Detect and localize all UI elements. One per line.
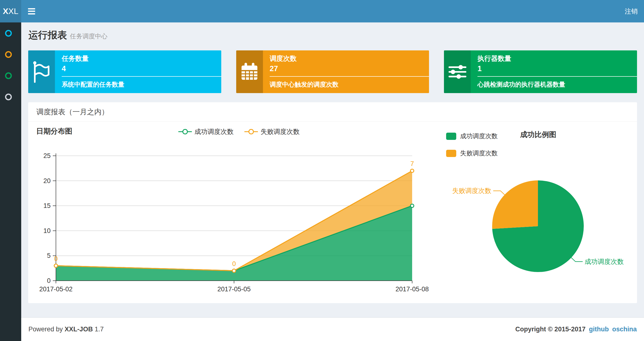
stat-value: 1 xyxy=(478,64,637,74)
report-panel: 调度报表（一月之内） 日期分布图 成功调度次数 失败调度次数 xyxy=(28,102,637,303)
sidebar xyxy=(0,23,21,341)
svg-text:7: 7 xyxy=(410,160,414,167)
svg-text:15: 15 xyxy=(44,202,50,209)
stat-value: 27 xyxy=(270,64,429,74)
svg-text:2017-05-08: 2017-05-08 xyxy=(396,285,429,293)
svg-text:10: 10 xyxy=(44,227,50,234)
stat-box-executors: 执行器数量 1 心跳检测成功的执行器机器数量 xyxy=(444,50,637,93)
hamburger-icon xyxy=(28,8,35,10)
page: XXL 注销 运行报表任务调度中心 xyxy=(0,0,644,341)
success-ratio-pie-chart: 成功调度次数失败调度次数 xyxy=(446,150,639,306)
github-link[interactable]: github xyxy=(589,325,609,333)
page-title: 运行报表 xyxy=(28,30,67,40)
stat-desc: 心跳检测成功的执行器机器数量 xyxy=(478,77,637,89)
stat-label: 调度次数 xyxy=(270,54,429,63)
product-version: 1.7 xyxy=(95,325,104,333)
logo-light: XL xyxy=(8,7,18,16)
line-chart-title: 日期分布图 xyxy=(36,126,72,136)
line-marker-icon xyxy=(244,129,258,135)
line-chart-legend: 成功调度次数 失败调度次数 xyxy=(176,127,302,136)
legend-item-fail[interactable]: 失败调度次数 xyxy=(244,127,300,136)
sidebar-item-3 circle-outline-icon[interactable] xyxy=(5,72,12,79)
legend-swatch-icon xyxy=(446,133,456,140)
copyright-text: Copyright © 2015-2017 xyxy=(515,325,586,333)
stat-box-jobs: 任务数量 4 系统中配置的任务数量 xyxy=(28,50,221,93)
powered-by-text: Powered by XXL-JOB 1.7 xyxy=(28,325,104,333)
svg-text:0: 0 xyxy=(232,260,236,267)
oschina-link[interactable]: oschina xyxy=(612,325,637,333)
svg-text:25: 25 xyxy=(44,152,50,159)
stat-label: 执行器数量 xyxy=(478,54,637,63)
svg-text:失败调度次数: 失败调度次数 xyxy=(452,187,491,194)
stat-box-body: 调度次数 27 调度中心触发的调度次数 xyxy=(263,50,429,93)
date-distribution-chart: 05101520252017-05-022017-05-052017-05-08… xyxy=(28,148,438,297)
legend-item-success[interactable]: 成功调度次数 xyxy=(178,127,234,136)
svg-text:2017-05-05: 2017-05-05 xyxy=(218,285,251,293)
product-name: XXL-JOB xyxy=(64,325,93,333)
logout-link[interactable]: 注销 xyxy=(625,7,638,16)
stat-box-triggers: 调度次数 27 调度中心触发的调度次数 xyxy=(236,50,429,93)
panel-title: 调度报表（一月之内） xyxy=(28,102,637,122)
sidebar-toggle-button[interactable] xyxy=(28,8,35,15)
page-subtitle: 任务调度中心 xyxy=(70,33,108,40)
calendar-icon xyxy=(236,50,263,93)
stat-box-body: 任务数量 4 系统中配置的任务数量 xyxy=(55,50,221,93)
legend-label: 成功调度次数 xyxy=(194,127,234,136)
top-navbar: XXL 注销 xyxy=(0,0,644,23)
svg-text:5: 5 xyxy=(47,252,50,259)
sidebar-item-4 circle-outline-icon[interactable] xyxy=(5,94,12,100)
hamburger-icon xyxy=(28,13,35,15)
footer: Powered by XXL-JOB 1.7 Copyright © 2015-… xyxy=(21,317,644,341)
svg-text:0: 0 xyxy=(54,255,58,262)
stat-boxes-row: 任务数量 4 系统中配置的任务数量 xyxy=(21,50,644,93)
flag-icon xyxy=(28,50,55,93)
line-marker-icon xyxy=(178,129,192,135)
stat-label: 任务数量 xyxy=(62,54,221,63)
stat-desc: 系统中配置的任务数量 xyxy=(62,77,221,89)
stat-value: 4 xyxy=(62,64,221,74)
svg-text:2017-05-02: 2017-05-02 xyxy=(39,285,72,293)
svg-text:20: 20 xyxy=(44,177,50,184)
sliders-icon xyxy=(444,50,471,93)
sidebar-item-1 circle-outline-icon[interactable] xyxy=(5,30,12,37)
stat-box-body: 执行器数量 1 心跳检测成功的执行器机器数量 xyxy=(471,50,637,93)
app-logo[interactable]: XXL xyxy=(0,0,21,23)
logo-bold: X xyxy=(3,7,8,16)
stat-desc: 调度中心触发的调度次数 xyxy=(270,77,429,89)
pie-chart-title: 成功比例图 xyxy=(490,130,586,140)
sidebar-item-2 circle-outline-icon[interactable] xyxy=(5,51,12,58)
svg-text:0: 0 xyxy=(47,277,50,284)
legend-label: 失败调度次数 xyxy=(260,127,300,136)
content-area: 运行报表任务调度中心 任务数量 4 系统中配置的任务数量 xyxy=(21,23,644,317)
hamburger-icon xyxy=(28,11,35,12)
page-header: 运行报表任务调度中心 xyxy=(21,23,644,41)
svg-text:成功调度次数: 成功调度次数 xyxy=(585,258,624,265)
